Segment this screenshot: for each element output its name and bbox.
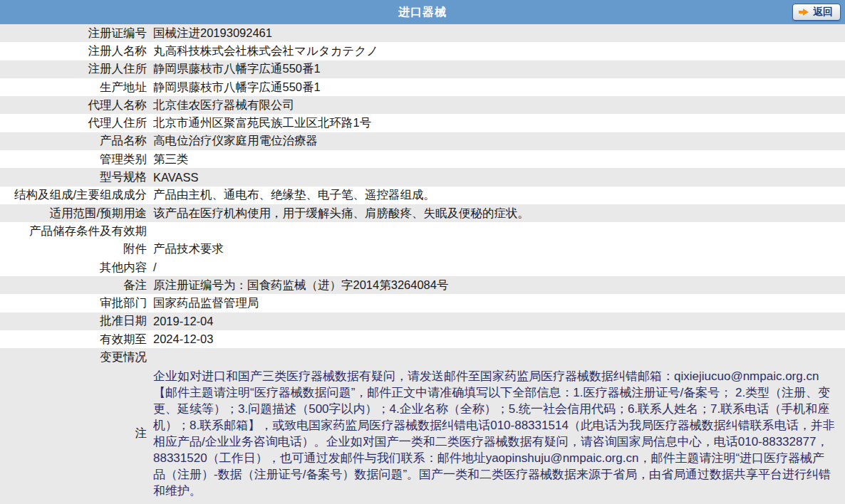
table-row: 备注原注册证编号为：国食药监械（进）字2014第3264084号 xyxy=(0,276,845,294)
row-value: 静岡県藤枝市八幡字広通550番1 xyxy=(147,61,845,77)
row-value: 国械注进20193092461 xyxy=(147,26,845,41)
row-label: 有效期至 xyxy=(0,332,147,347)
row-value: 第三类 xyxy=(147,152,845,167)
table-row: 有效期至2024-12-03 xyxy=(0,330,845,348)
table-row: 注册证编号国械注进20193092461 xyxy=(0,24,845,42)
row-label: 代理人住所 xyxy=(0,115,147,131)
table-row: 型号规格KAVASS xyxy=(0,168,845,186)
back-button-label: 返回 xyxy=(813,6,833,19)
row-value: / xyxy=(147,261,845,274)
import-device-detail-page: 进口器械 返回 注册证编号国械注进20193092461注册人名称丸高科技株式会… xyxy=(0,0,845,504)
row-value: 原注册证编号为：国食药监械（进）字2014第3264084号 xyxy=(147,278,845,293)
row-label: 变更情况 xyxy=(0,350,147,365)
row-label: 代理人名称 xyxy=(0,98,147,113)
row-label: 适用范围/预期用途 xyxy=(0,206,147,221)
row-value: KAVASS xyxy=(147,171,845,184)
table-row: 结构及组成/主要组成成分产品由主机、通电布、绝缘垫、电子笔、遥控器组成。 xyxy=(0,187,845,204)
table-row: 注册人名称丸高科技株式会社株式会社マルタカテクノ xyxy=(0,42,845,60)
row-label: 结构及组成/主要组成成分 xyxy=(0,187,147,203)
row-value: 产品由主机、通电布、绝缘垫、电子笔、遥控器组成。 xyxy=(147,187,845,203)
table-row: 批准日期2019-12-04 xyxy=(0,313,845,330)
table-row: 适用范围/预期用途该产品在医疗机构使用，用于缓解头痛、肩膀酸疼、失眠及便秘的症状… xyxy=(0,204,845,222)
row-value: 该产品在医疗机构使用，用于缓解头痛、肩膀酸疼、失眠及便秘的症状。 xyxy=(147,206,845,221)
table-row: 变更情况 xyxy=(0,348,845,366)
arrow-right-icon xyxy=(799,9,809,16)
note-text: 企业如对进口和国产三类医疗器械数据有疑问，请发送邮件至国家药监局医疗器械数据纠错… xyxy=(153,368,836,499)
row-label: 管理类别 xyxy=(0,152,147,167)
table-row: 代理人名称北京佳农医疗器械有限公司 xyxy=(0,96,845,114)
row-label: 产品储存条件及有效期 xyxy=(0,224,147,239)
back-button[interactable]: 返回 xyxy=(792,4,841,21)
row-label: 生产地址 xyxy=(0,80,147,95)
row-value: 2024-12-03 xyxy=(147,332,845,346)
row-value: 2019-12-04 xyxy=(147,315,845,328)
row-value: 高电位治疗仪家庭用電位治療器 xyxy=(147,133,845,149)
row-label: 审批部门 xyxy=(0,295,147,311)
page-header: 进口器械 返回 xyxy=(0,0,845,24)
row-label: 批准日期 xyxy=(0,313,147,329)
table-row: 其他内容/ xyxy=(0,258,845,276)
row-label: 产品名称 xyxy=(0,133,147,149)
table-row: 产品储存条件及有效期 xyxy=(0,222,845,240)
table-row: 注册人住所静岡県藤枝市八幡字広通550番1 xyxy=(0,61,845,78)
table-row: 代理人住所北京市通州区聚富苑民族工业区北环路1号 xyxy=(0,114,845,132)
row-value: 北京市通州区聚富苑民族工业区北环路1号 xyxy=(147,115,845,131)
note-label: 注 xyxy=(0,426,147,441)
table-row: 产品名称高电位治疗仪家庭用電位治療器 xyxy=(0,132,845,150)
device-info-table: 注册证编号国械注进20193092461注册人名称丸高科技株式会社株式会社マルタ… xyxy=(0,24,845,367)
row-label: 其他内容 xyxy=(0,260,147,275)
row-value: 国家药品监督管理局 xyxy=(147,295,845,311)
row-label: 型号规格 xyxy=(0,169,147,185)
page-title: 进口器械 xyxy=(398,5,447,20)
row-value: 北京佳农医疗器械有限公司 xyxy=(147,98,845,113)
table-row: 审批部门国家药品监督管理局 xyxy=(0,294,845,312)
row-label: 注册人住所 xyxy=(0,61,147,77)
row-label: 备注 xyxy=(0,278,147,293)
note-section: 注 企业如对进口和国产三类医疗器械数据有疑问，请发送邮件至国家药监局医疗器械数据… xyxy=(0,367,845,504)
table-row: 附件产品技术要求 xyxy=(0,241,845,258)
row-value: 丸高科技株式会社株式会社マルタカテクノ xyxy=(147,43,845,59)
row-label: 注册证编号 xyxy=(0,26,147,41)
row-value: 静岡県藤枝市八幡字広通550番1 xyxy=(147,80,845,95)
row-label: 注册人名称 xyxy=(0,43,147,59)
row-value: 产品技术要求 xyxy=(147,241,845,257)
row-label: 附件 xyxy=(0,241,147,257)
table-row: 生产地址静岡県藤枝市八幡字広通550番1 xyxy=(0,78,845,96)
table-row: 管理类别第三类 xyxy=(0,150,845,168)
